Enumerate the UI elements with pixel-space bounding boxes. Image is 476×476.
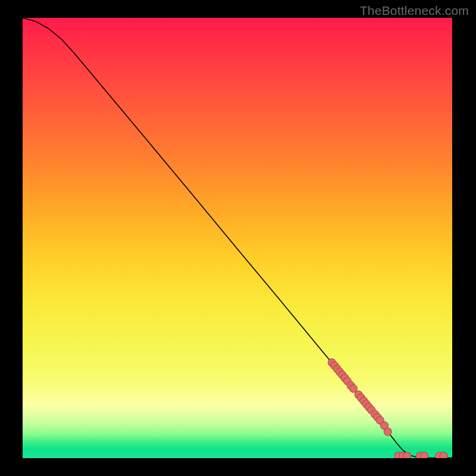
data-point	[384, 428, 392, 436]
attribution-label: TheBottleneck.com	[360, 4, 469, 18]
bottleneck-curve	[23, 18, 452, 458]
data-point	[440, 452, 447, 458]
data-points	[328, 359, 447, 458]
data-point	[403, 452, 411, 458]
chart-overlay	[23, 18, 452, 458]
chart-stage: TheBottleneck.com	[0, 0, 476, 476]
data-point	[421, 452, 428, 458]
plot-area	[23, 18, 452, 458]
